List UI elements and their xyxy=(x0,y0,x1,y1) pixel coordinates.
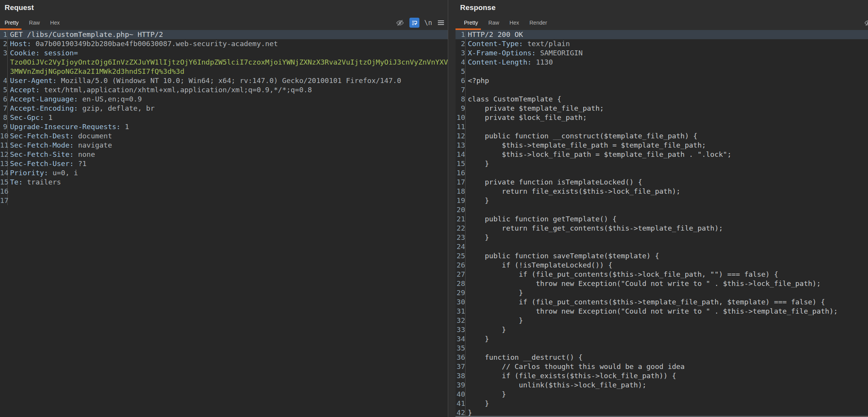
response-tab-pretty[interactable]: Pretty xyxy=(464,15,478,30)
code-line[interactable]: 17 xyxy=(0,196,448,205)
line-number: 29 xyxy=(456,288,465,297)
code-line[interactable]: 12 public function __construct($template… xyxy=(456,131,868,141)
code-line[interactable]: 12Sec-Fetch-Site: none xyxy=(0,150,448,159)
line-number: 15 xyxy=(0,178,8,187)
code-line[interactable]: 20 xyxy=(456,205,868,214)
line-text xyxy=(465,122,468,131)
eye-off-icon[interactable] xyxy=(396,18,404,27)
line-number xyxy=(0,58,8,67)
response-tab-hex[interactable]: Hex xyxy=(510,15,519,30)
response-tab-render[interactable]: Render xyxy=(530,15,547,30)
request-tab-pretty[interactable]: Pretty xyxy=(5,15,19,30)
line-text: Sec-Fetch-User: ?1 xyxy=(8,159,86,168)
code-line[interactable]: 16 xyxy=(456,168,868,178)
request-tab-raw[interactable]: Raw xyxy=(29,15,40,30)
code-line[interactable]: 38 if (file_exists($this->lock_file_path… xyxy=(456,371,868,380)
line-number: 1 xyxy=(0,30,8,39)
line-number: 16 xyxy=(0,187,8,196)
code-line[interactable]: 6<?php xyxy=(456,76,868,85)
line-number: 11 xyxy=(456,122,465,131)
code-line[interactable]: 24 xyxy=(456,242,868,251)
code-line[interactable]: 35 xyxy=(456,344,868,353)
panel-divider[interactable] xyxy=(448,0,456,417)
code-line[interactable]: 14 $this->lock_file_path = $template_fil… xyxy=(456,150,868,159)
line-number: 18 xyxy=(456,187,465,196)
menu-icon[interactable] xyxy=(437,19,445,27)
line-number: 41 xyxy=(456,399,465,408)
code-line[interactable]: 9 private $template_file_path; xyxy=(456,104,868,113)
code-line[interactable]: 11Sec-Fetch-Mode: navigate xyxy=(0,141,448,150)
code-line[interactable]: 27 if (file_put_contents($this->lock_fil… xyxy=(456,270,868,279)
code-line[interactable]: 10Sec-Fetch-Dest: document xyxy=(0,131,448,141)
request-tab-hex[interactable]: Hex xyxy=(50,15,60,30)
line-text: throw new Exception("Could not write to … xyxy=(465,307,838,316)
code-line[interactable]: 23 } xyxy=(456,233,868,242)
code-line[interactable]: 28 throw new Exception("Could not write … xyxy=(456,279,868,288)
response-panel: Response Pretty Raw Hex Render 1HTTP/2 2… xyxy=(456,0,868,417)
code-line[interactable]: 3MWVnZmdjNGpoNGZka2I1MWk2d3hndSI7fQ%3d%3… xyxy=(0,67,448,76)
code-line[interactable]: 32 } xyxy=(456,316,868,325)
code-line[interactable]: 25 public function saveTemplate($templat… xyxy=(456,251,868,261)
code-line[interactable]: 14Priority: u=0, i xyxy=(0,168,448,178)
code-line[interactable]: 34 } xyxy=(456,334,868,344)
eye-off-icon[interactable] xyxy=(864,18,868,27)
code-line[interactable]: 4Content-Length: 1130 xyxy=(456,58,868,67)
code-line[interactable]: 4User-Agent: Mozilla/5.0 (Windows NT 10.… xyxy=(0,76,448,85)
code-line[interactable]: 2Host: 0a7b00190349b2b280bae4fb00630087.… xyxy=(0,39,448,48)
line-text xyxy=(465,242,468,251)
line-number: 37 xyxy=(456,362,465,371)
code-line[interactable]: 7 xyxy=(456,85,868,95)
line-text: $this->lock_file_path = $template_file_p… xyxy=(465,150,731,159)
code-line[interactable]: 16 xyxy=(0,187,448,196)
code-line[interactable]: 5 xyxy=(456,67,868,76)
line-number: 11 xyxy=(0,141,8,150)
code-line[interactable]: 17 private function isTemplateLocked() { xyxy=(456,178,868,187)
line-number: 6 xyxy=(456,76,465,85)
code-line[interactable]: 6Accept-Language: en-US,en;q=0.9 xyxy=(0,95,448,104)
code-line[interactable]: 13Sec-Fetch-User: ?1 xyxy=(0,159,448,168)
code-line[interactable]: 15Te: trailers xyxy=(0,178,448,187)
code-line[interactable]: 10 private $lock_file_path; xyxy=(456,113,868,122)
code-line[interactable]: 3X-Frame-Options: SAMEORIGIN xyxy=(456,48,868,58)
line-text: Content-Length: 1130 xyxy=(465,58,553,67)
code-line[interactable]: 41 } xyxy=(456,399,868,408)
code-line[interactable]: 36 function __destruct() { xyxy=(456,353,868,362)
code-line[interactable]: 2Content-Type: text/plain xyxy=(456,39,868,48)
code-line[interactable]: 39 unlink($this->lock_file_path); xyxy=(456,380,868,390)
response-editor[interactable]: 1HTTP/2 200 OK2Content-Type: text/plain3… xyxy=(456,30,868,417)
code-line[interactable]: 30 if (file_put_contents($this->template… xyxy=(456,297,868,307)
code-line[interactable]: 31 throw new Exception("Could not write … xyxy=(456,307,868,316)
line-text: Accept-Encoding: gzip, deflate, br xyxy=(8,104,154,113)
code-line[interactable]: 13 $this->template_file_path = $template… xyxy=(456,141,868,150)
code-line[interactable]: 37 // Carlos thought this would be a goo… xyxy=(456,362,868,371)
code-line[interactable]: 22 return file_get_contents($this->templ… xyxy=(456,224,868,233)
code-line[interactable]: 1HTTP/2 200 OK xyxy=(456,30,868,39)
code-line[interactable]: 26 if (!isTemplateLocked()) { xyxy=(456,261,868,270)
code-line[interactable]: 21 public function getTemplate() { xyxy=(456,214,868,224)
code-line[interactable]: 15 } xyxy=(456,159,868,168)
code-line[interactable]: 33 } xyxy=(456,325,868,334)
code-line[interactable]: 29 } xyxy=(456,288,868,297)
request-editor[interactable]: 1GET /libs/CustomTemplate.php~ HTTP/22Ho… xyxy=(0,30,448,417)
code-line[interactable]: 40 } xyxy=(456,390,868,399)
code-line[interactable]: 3Cookie: session= xyxy=(0,48,448,58)
code-line[interactable]: 11 xyxy=(456,122,868,131)
line-number: 38 xyxy=(456,371,465,380)
response-tab-raw[interactable]: Raw xyxy=(489,15,499,30)
code-line[interactable]: Tzo0OiJVc2VyIjoyOntzOjg6InVzZXJuYW1lIjtz… xyxy=(0,58,448,67)
code-line[interactable]: 7Accept-Encoding: gzip, deflate, br xyxy=(0,104,448,113)
code-line[interactable]: 8class CustomTemplate { xyxy=(456,95,868,104)
code-line[interactable]: 8Sec-Gpc: 1 xyxy=(0,113,448,122)
newline-marker-icon[interactable]: \n xyxy=(424,19,432,27)
line-text: GET /libs/CustomTemplate.php~ HTTP/2 xyxy=(8,30,163,39)
code-line[interactable]: 18 return file_exists($this->lock_file_p… xyxy=(456,187,868,196)
line-text xyxy=(465,168,468,178)
code-line[interactable]: 19 } xyxy=(456,196,868,205)
code-line[interactable]: 9Upgrade-Insecure-Requests: 1 xyxy=(0,122,448,131)
line-number: 30 xyxy=(456,297,465,307)
line-text: User-Agent: Mozilla/5.0 (Windows NT 10.0… xyxy=(8,76,401,85)
code-line[interactable]: 5Accept: text/html,application/xhtml+xml… xyxy=(0,85,448,95)
soft-wrap-toggle-icon[interactable] xyxy=(409,18,419,28)
line-number: 4 xyxy=(0,76,8,85)
code-line[interactable]: 1GET /libs/CustomTemplate.php~ HTTP/2 xyxy=(0,30,448,39)
